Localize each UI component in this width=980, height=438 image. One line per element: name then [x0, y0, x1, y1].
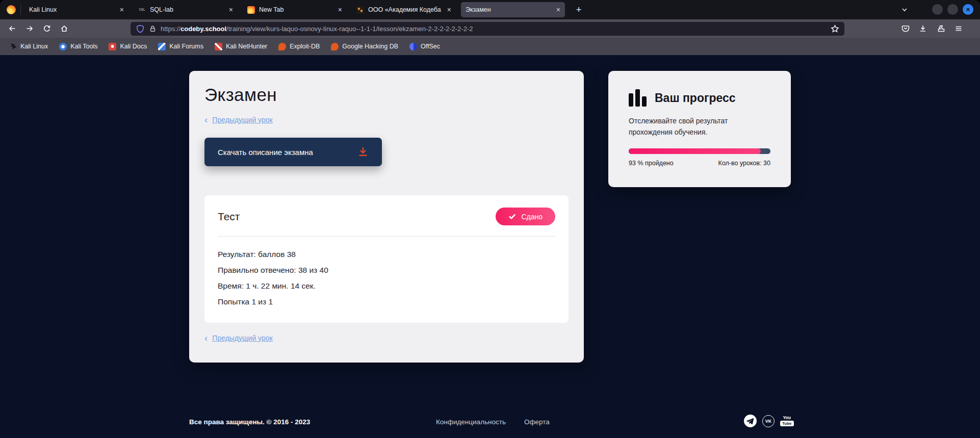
offsec-icon	[409, 43, 417, 50]
back-button[interactable]	[8, 24, 16, 33]
tab-academy-codeby[interactable]: ООО «Академия Кодеба ×	[352, 2, 456, 17]
kali-tools-icon	[59, 43, 67, 50]
youtube-icon[interactable]: You Tube	[780, 416, 794, 426]
bookmark-label: Exploit-DB	[290, 43, 320, 50]
privacy-link[interactable]: Конфиденциальность	[436, 418, 506, 426]
forward-button[interactable]	[25, 24, 34, 33]
telegram-icon[interactable]	[744, 415, 757, 427]
tab-title: ООО «Академия Кодеба	[368, 6, 444, 13]
bookmark-google-hacking-db[interactable]: Google Hacking DB	[328, 43, 401, 50]
pocket-icon[interactable]	[901, 24, 910, 33]
tab-title: Kali Linux	[29, 6, 117, 13]
youtube-you-text: You	[783, 416, 791, 420]
codeby-favicon	[356, 6, 364, 14]
vk-icon[interactable]: VK	[762, 415, 775, 427]
bookmark-kali-docs[interactable]: Kali Docs	[106, 43, 150, 50]
result-attempt-line: Попытка 1 из 1	[218, 298, 555, 306]
tab-title: SQL-lab	[150, 6, 226, 13]
list-all-tabs-button[interactable]	[900, 6, 909, 14]
tab-close-icon[interactable]: ×	[229, 6, 233, 14]
bookmark-offsec[interactable]: OffSec	[406, 43, 443, 50]
bookmark-label: Kali NetHunter	[226, 43, 267, 50]
progress-percent-label: 93 % пройдено	[629, 160, 674, 167]
youtube-tube-text: Tube	[780, 421, 794, 426]
chevron-left-icon: ‹	[204, 334, 208, 342]
reload-button[interactable]	[43, 24, 51, 33]
bookmark-kali-forums[interactable]: Kali Forums	[155, 43, 207, 50]
download-button-label: Скачать описание экзамна	[218, 148, 313, 157]
tab-close-icon[interactable]: ×	[338, 6, 342, 14]
bookmark-exploit-db[interactable]: Exploit-DB	[275, 43, 323, 50]
progress-card-header: Ваш прогресс	[629, 89, 770, 107]
tab-kali-linux[interactable]: Kali Linux ×	[24, 2, 128, 17]
browser-window: Kali Linux × SQL SQL-lab × New Tab × ООО…	[0, 0, 980, 438]
maximize-button[interactable]	[947, 4, 958, 15]
tab-close-icon[interactable]: ×	[120, 6, 124, 14]
bookmark-label: Kali Forums	[169, 43, 203, 50]
home-button[interactable]	[60, 24, 68, 33]
kali-docs-icon	[109, 43, 116, 50]
test-result-card: Тест Сдано Результат: баллов 38 Правильн…	[204, 195, 569, 323]
bookmark-label: Kali Tools	[70, 43, 97, 50]
tab-close-icon[interactable]: ×	[556, 6, 560, 14]
bookmark-kali-nethunter[interactable]: Kali NetHunter	[212, 43, 270, 50]
previous-lesson-link-bottom[interactable]: ‹ Предыдущий урок	[204, 334, 584, 342]
chevron-down-icon	[900, 6, 909, 14]
tracking-shield-icon[interactable]	[136, 24, 145, 34]
minimize-button[interactable]	[932, 4, 943, 15]
download-arrow-icon	[357, 146, 369, 158]
extensions-puzzle-icon[interactable]	[937, 24, 945, 33]
bookmark-kali-tools[interactable]: Kali Tools	[56, 43, 100, 50]
chevron-left-icon: ‹	[204, 116, 208, 123]
firefox-flame-icon	[7, 5, 16, 14]
test-title: Тест	[218, 211, 240, 223]
sql-favicon: SQL	[138, 6, 146, 14]
previous-lesson-link-top[interactable]: ‹ Предыдущий урок	[204, 116, 584, 124]
divider	[218, 236, 555, 237]
kali-dragon-icon	[9, 43, 17, 50]
page-content: Экзамен ‹ Предыдущий урок Скачать описан…	[0, 55, 980, 438]
tab-title: New Tab	[259, 6, 335, 13]
bookmark-label: OffSec	[421, 43, 440, 50]
footer-social: VK You Tube	[744, 415, 794, 427]
firefox-view-button[interactable]	[4, 3, 18, 17]
tab-separator	[20, 5, 21, 15]
offer-link[interactable]: Оферта	[524, 418, 550, 426]
progress-labels: 93 % пройдено Кол-во уроков: 30	[629, 160, 770, 167]
download-exam-description-button[interactable]: Скачать описание экзамна	[204, 138, 382, 166]
bookmarks-bar: Kali Linux Kali Tools Kali Docs Kali For…	[0, 38, 980, 55]
new-tab-button[interactable]: +	[571, 4, 586, 15]
bookmark-label: Kali Linux	[20, 43, 48, 50]
url-path: /training/view/kurs-laquo-osnovy-linux-r…	[226, 25, 473, 33]
progress-fill	[629, 148, 761, 154]
url-bar[interactable]: https://codeby.school/training/view/kurs…	[131, 22, 844, 36]
bookmark-label: Google Hacking DB	[342, 43, 398, 50]
progress-description: Отслеживайте свой результат прохождения …	[629, 115, 766, 138]
menu-hamburger-icon[interactable]	[955, 24, 963, 33]
firefox-favicon	[247, 6, 255, 14]
tab-sql-lab[interactable]: SQL SQL-lab ×	[134, 2, 238, 17]
window-close-button[interactable]: ×	[963, 4, 973, 15]
kali-nethunter-icon	[215, 43, 222, 50]
tab-new-tab[interactable]: New Tab ×	[243, 2, 347, 17]
lessons-count-label: Кол-во уроков: 30	[718, 160, 770, 167]
result-time-line: Время: 1 ч. 22 мин. 14 сек.	[218, 282, 555, 290]
exploit-db-icon	[278, 43, 286, 50]
result-correct-line: Правильно отвечено: 38 из 40	[218, 266, 555, 274]
status-badge-passed: Сдано	[496, 208, 555, 225]
progress-card: Ваш прогресс Отслеживайте свой результат…	[608, 71, 791, 187]
bookmark-kali-linux[interactable]: Kali Linux	[6, 43, 51, 50]
bar-chart-icon	[629, 89, 647, 107]
tab-title: Экзамен	[466, 6, 553, 13]
tab-ekzamen-active[interactable]: Экзамен ×	[461, 2, 565, 17]
tab-close-icon[interactable]: ×	[447, 6, 451, 14]
downloads-icon[interactable]	[919, 24, 927, 33]
bookmark-label: Kali Docs	[120, 43, 147, 50]
copyright-text: Все права защищены. © 2016 - 2023	[189, 418, 310, 426]
tab-bar: Kali Linux × SQL SQL-lab × New Tab × ООО…	[0, 0, 980, 19]
check-icon	[508, 213, 516, 220]
lock-icon[interactable]	[149, 25, 157, 33]
bookmark-star-icon[interactable]	[831, 24, 839, 33]
navigation-toolbar: https://codeby.school/training/view/kurs…	[0, 19, 980, 38]
google-hacking-db-icon	[331, 43, 339, 50]
